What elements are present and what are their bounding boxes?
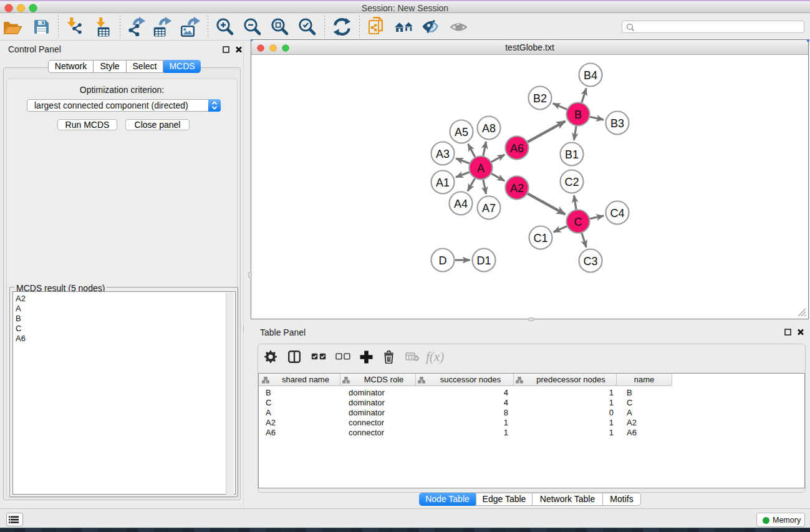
svg-text:A3: A3 <box>436 148 450 160</box>
svg-text:B3: B3 <box>610 117 624 130</box>
svg-text:A5: A5 <box>455 126 468 138</box>
svg-text:A8: A8 <box>482 122 496 135</box>
svg-text:A4: A4 <box>454 198 468 210</box>
svg-text:C2: C2 <box>564 176 579 188</box>
svg-text:C1: C1 <box>533 232 547 244</box>
svg-text:C3: C3 <box>583 255 597 268</box>
svg-text:A7: A7 <box>482 202 496 215</box>
svg-text:C: C <box>574 216 582 228</box>
svg-text:B: B <box>574 109 582 121</box>
svg-text:D1: D1 <box>476 254 491 267</box>
svg-text:D: D <box>439 254 447 267</box>
svg-text:B4: B4 <box>584 69 597 82</box>
svg-text:C4: C4 <box>610 207 624 220</box>
svg-text:A: A <box>477 162 485 175</box>
svg-text:A1: A1 <box>436 177 450 189</box>
svg-text:A2: A2 <box>510 182 524 195</box>
svg-text:A6: A6 <box>510 142 524 155</box>
svg-text:B1: B1 <box>565 148 579 161</box>
svg-text:B2: B2 <box>533 92 547 105</box>
